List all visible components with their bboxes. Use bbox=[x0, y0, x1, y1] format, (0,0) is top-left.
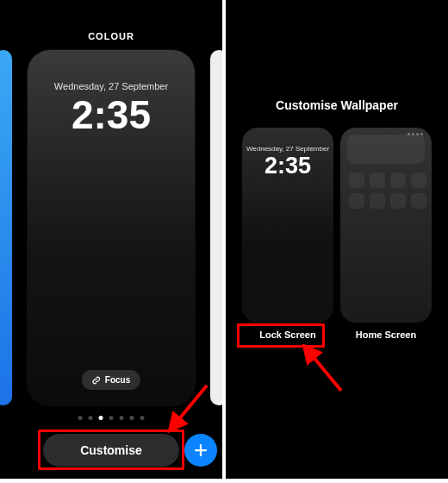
wallpaper-thumbnails-row: Wednesday, 27 September 2:35 Lock Screen… bbox=[226, 128, 448, 340]
lock-screen-thumbnail[interactable]: Wednesday, 27 September 2:35 bbox=[242, 128, 333, 323]
svg-line-1 bbox=[308, 351, 341, 391]
thumb-date-label: Wednesday, 27 September bbox=[242, 128, 333, 153]
wallpaper-gallery-screen: COLOUR Wednesday, 27 September 2:35 Focu… bbox=[0, 0, 222, 479]
lock-screen-label[interactable]: Lock Screen bbox=[259, 329, 315, 340]
annotation-arrow-right bbox=[298, 344, 350, 396]
carousel-prev-peek[interactable] bbox=[0, 50, 12, 405]
wallpaper-card[interactable]: Wednesday, 27 September 2:35 Focus bbox=[28, 50, 195, 405]
carousel-next-peek[interactable] bbox=[210, 50, 222, 405]
plus-icon bbox=[193, 442, 208, 458]
focus-pill-label: Focus bbox=[105, 375, 130, 385]
customise-button[interactable]: Customise bbox=[43, 434, 179, 467]
wallpaper-carousel[interactable]: Wednesday, 27 September 2:35 Focus bbox=[0, 50, 222, 405]
home-screen-label[interactable]: Home Screen bbox=[356, 329, 416, 340]
home-screen-app-grid bbox=[349, 172, 423, 209]
thumb-clock-label: 2:35 bbox=[242, 153, 333, 178]
wallpaper-name-label: COLOUR bbox=[0, 0, 222, 41]
home-screen-status-dots bbox=[408, 133, 423, 135]
customise-wallpaper-title: Customise Wallpaper bbox=[226, 0, 448, 112]
page-indicator bbox=[78, 416, 145, 420]
focus-pill-button[interactable]: Focus bbox=[82, 370, 140, 390]
customise-button-label: Customise bbox=[80, 443, 142, 457]
lock-clock-label: 2:35 bbox=[28, 91, 195, 135]
link-icon bbox=[92, 376, 101, 385]
lock-date-label: Wednesday, 27 September bbox=[28, 50, 195, 91]
home-screen-thumbnail[interactable] bbox=[340, 128, 432, 323]
home-screen-widget-placeholder bbox=[347, 135, 425, 164]
customise-wallpaper-screen: Customise Wallpaper Wednesday, 27 Septem… bbox=[226, 0, 448, 479]
add-wallpaper-button[interactable] bbox=[184, 434, 217, 467]
